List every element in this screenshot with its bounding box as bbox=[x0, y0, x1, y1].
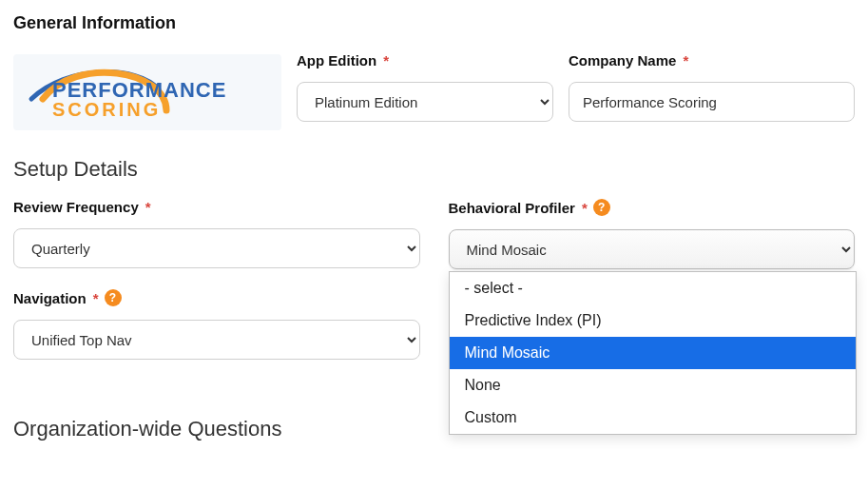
svg-text:SCORING: SCORING bbox=[52, 99, 161, 120]
behavioral-profiler-option[interactable]: None bbox=[450, 369, 857, 402]
company-name-label: Company Name* bbox=[569, 52, 855, 69]
review-frequency-label: Review Frequency* bbox=[13, 199, 420, 215]
help-icon[interactable]: ? bbox=[593, 199, 610, 216]
required-marker: * bbox=[145, 199, 151, 215]
navigation-select[interactable]: Unified Top Nav bbox=[13, 320, 420, 360]
company-name-field: Company Name* bbox=[569, 52, 855, 122]
app-edition-select[interactable]: Platinum Edition bbox=[297, 82, 553, 122]
behavioral-profiler-option[interactable]: Custom bbox=[450, 402, 857, 434]
section-general-title: General Information bbox=[13, 13, 855, 33]
required-marker: * bbox=[582, 200, 588, 216]
app-edition-label: App Edition* bbox=[297, 52, 553, 69]
general-row: PERFORMANCE SCORING App Edition* Platinu… bbox=[13, 52, 855, 130]
behavioral-profiler-label: Behavioral Profiler* ? bbox=[449, 199, 856, 216]
behavioral-profiler-dropdown: Mind Mosaic - select -Predictive Index (… bbox=[449, 229, 856, 269]
behavioral-profiler-select[interactable]: Mind Mosaic bbox=[449, 229, 856, 269]
required-marker: * bbox=[383, 52, 389, 69]
section-setup-title: Setup Details bbox=[13, 157, 855, 182]
required-marker: * bbox=[93, 290, 99, 306]
performance-scoring-logo: PERFORMANCE SCORING bbox=[24, 61, 271, 124]
behavioral-profiler-option[interactable]: Predictive Index (PI) bbox=[450, 304, 857, 337]
required-marker: * bbox=[683, 52, 688, 69]
behavioral-profiler-option[interactable]: Mind Mosaic bbox=[450, 337, 857, 369]
company-name-input[interactable] bbox=[569, 82, 855, 122]
review-frequency-field: Review Frequency* Quarterly Navigation* … bbox=[13, 199, 420, 360]
company-logo: PERFORMANCE SCORING bbox=[13, 54, 281, 130]
review-frequency-select[interactable]: Quarterly bbox=[13, 228, 420, 268]
navigation-label: Navigation* ? bbox=[13, 289, 420, 306]
behavioral-profiler-field: Behavioral Profiler* ? Mind Mosaic - sel… bbox=[449, 199, 856, 360]
behavioral-profiler-option[interactable]: - select - bbox=[450, 272, 857, 304]
help-icon[interactable]: ? bbox=[105, 289, 122, 306]
app-edition-field: App Edition* Platinum Edition bbox=[297, 52, 553, 122]
behavioral-profiler-options: - select -Predictive Index (PI)Mind Mosa… bbox=[449, 271, 858, 435]
setup-row-1: Review Frequency* Quarterly Navigation* … bbox=[13, 199, 855, 360]
